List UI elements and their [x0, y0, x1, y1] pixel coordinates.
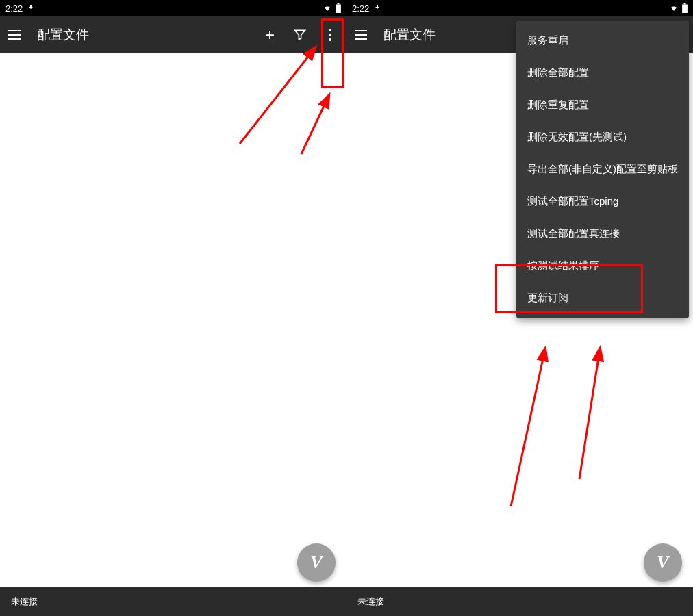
- phone-left: 2:22 配置文件 +: [0, 0, 346, 616]
- download-icon: [27, 3, 35, 14]
- svg-rect-5: [683, 3, 685, 5]
- bottom-bar: 未连接: [0, 587, 346, 616]
- status-bar: 2:22: [346, 0, 693, 16]
- wifi-icon: [668, 4, 679, 12]
- svg-rect-0: [337, 3, 339, 5]
- svg-rect-1: [336, 5, 341, 13]
- phone-right: 2:22 配置文件 服务重启 删除全部配置 删除重复配置 删除无效配置(先测试)…: [346, 0, 693, 616]
- more-vert-icon: [329, 29, 331, 41]
- plus-icon: +: [265, 27, 275, 43]
- filter-button[interactable]: [292, 27, 308, 43]
- menu-item-update-sub[interactable]: 更新订阅: [516, 282, 689, 314]
- add-button[interactable]: +: [262, 27, 278, 43]
- svg-rect-6: [682, 5, 688, 13]
- bottom-bar: 未连接: [346, 587, 693, 616]
- connection-status: 未连接: [357, 595, 384, 608]
- hamburger-icon[interactable]: [8, 30, 21, 40]
- menu-item-export[interactable]: 导出全部(非自定义)配置至剪贴板: [516, 153, 689, 185]
- status-time: 2:22: [352, 3, 369, 14]
- fab-v-icon: V: [657, 552, 668, 573]
- connection-status: 未连接: [11, 595, 38, 608]
- battery-icon: [336, 3, 341, 13]
- menu-item-restart[interactable]: 服务重启: [516, 25, 689, 57]
- app-bar: 配置文件 +: [0, 16, 346, 53]
- status-bar: 2:22: [0, 0, 346, 16]
- menu-item-delete-invalid[interactable]: 删除无效配置(先测试): [516, 121, 689, 153]
- hamburger-icon[interactable]: [355, 30, 367, 40]
- menu-item-test-tcping[interactable]: 测试全部配置Tcping: [516, 185, 689, 218]
- battery-icon: [682, 3, 688, 13]
- status-time: 2:22: [5, 3, 23, 14]
- more-button[interactable]: [322, 27, 338, 43]
- wifi-icon: [322, 4, 333, 12]
- app-title: 配置文件: [37, 26, 245, 44]
- download-icon: [373, 3, 381, 14]
- menu-item-delete-all[interactable]: 删除全部配置: [516, 57, 689, 89]
- content-area: [0, 53, 346, 587]
- fab-button[interactable]: V: [297, 543, 336, 582]
- fab-v-icon: V: [310, 552, 322, 573]
- menu-item-delete-dup[interactable]: 删除重复配置: [516, 89, 689, 121]
- menu-item-test-real[interactable]: 测试全部配置真连接: [516, 218, 689, 250]
- overflow-menu: 服务重启 删除全部配置 删除重复配置 删除无效配置(先测试) 导出全部(非自定义…: [516, 21, 689, 318]
- menu-item-sort[interactable]: 按测试结果排序: [516, 250, 689, 282]
- fab-button[interactable]: V: [644, 543, 682, 582]
- filter-icon: [293, 28, 307, 42]
